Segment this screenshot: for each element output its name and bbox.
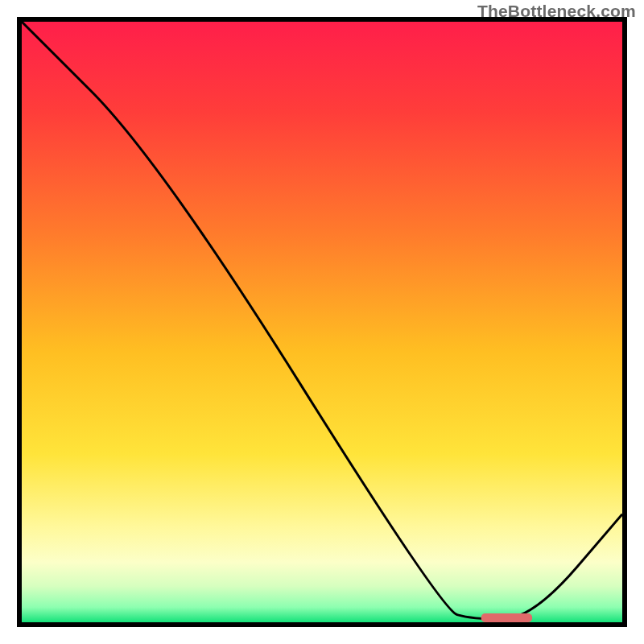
chart-container: TheBottleneck.com: [0, 0, 644, 644]
bottleneck-chart: [0, 0, 644, 644]
watermark-text: TheBottleneck.com: [477, 2, 636, 21]
optimal-range-marker: [481, 613, 532, 622]
